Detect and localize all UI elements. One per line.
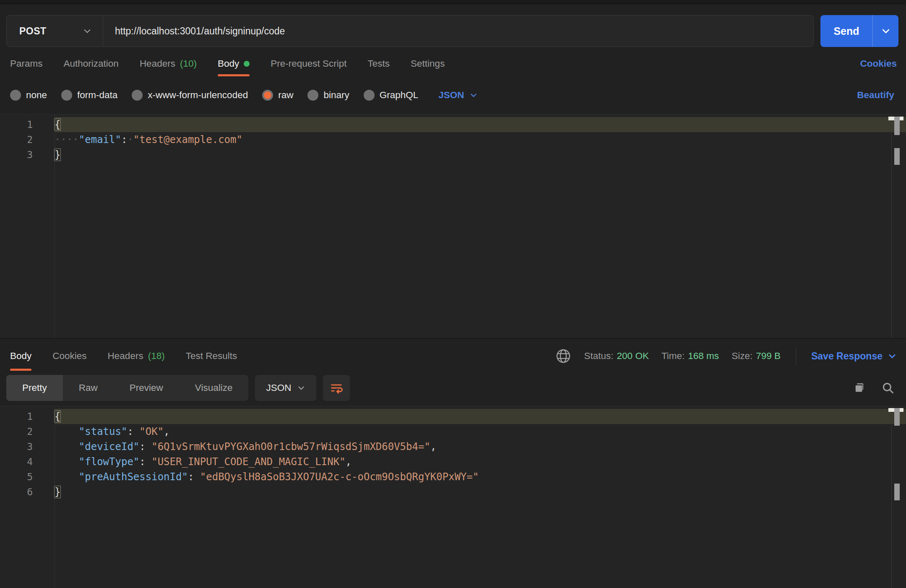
token: "email" bbox=[79, 134, 121, 146]
token bbox=[55, 471, 79, 483]
send-label: Send bbox=[820, 15, 872, 47]
radio-icon bbox=[10, 90, 21, 101]
tab-cookies[interactable]: Cookies bbox=[52, 339, 86, 373]
url-input[interactable]: http://localhost:3001/auth/signinup/code bbox=[103, 16, 813, 47]
body-type-form-data[interactable]: form-data bbox=[61, 90, 117, 101]
tab-headers[interactable]: Headers(10) bbox=[140, 49, 197, 79]
response-header-row: BodyCookiesHeaders(18)Test Results Statu… bbox=[0, 338, 906, 373]
tab-count: (10) bbox=[180, 58, 197, 69]
view-raw[interactable]: Raw bbox=[63, 375, 114, 401]
tab-test-results[interactable]: Test Results bbox=[186, 339, 237, 373]
token: : bbox=[121, 134, 127, 146]
scrollbar-track bbox=[891, 406, 892, 588]
body-type-row: noneform-datax-www-form-urlencodedrawbin… bbox=[0, 79, 906, 114]
token bbox=[55, 441, 79, 453]
tab-label: Body bbox=[10, 351, 31, 362]
globe-icon bbox=[555, 348, 572, 364]
radio-label: x-www-form-urlencoded bbox=[148, 90, 248, 101]
code-text: { bbox=[55, 117, 906, 132]
tab-label: Params bbox=[10, 58, 43, 69]
chevron-down-icon bbox=[888, 351, 897, 361]
request-url-bar: POST http://localhost:3001/auth/signinup… bbox=[0, 4, 906, 49]
language-label: JSON bbox=[438, 90, 464, 101]
gutter-divider bbox=[55, 406, 55, 588]
tab-body[interactable]: Body bbox=[218, 49, 250, 79]
tab-authorization[interactable]: Authorization bbox=[64, 49, 119, 79]
beautify-link[interactable]: Beautify bbox=[857, 90, 894, 101]
token: "edBQyslH8aSoB3JXO7UA2c-c-oOcm9OsbQRgYK0… bbox=[200, 471, 479, 483]
token: "deviceId" bbox=[79, 441, 140, 453]
method-dropdown[interactable]: POST bbox=[7, 16, 103, 47]
token: "6Q1vSrmKtuvPYGXahO0r1cbw57rWiqsdSjmXD60… bbox=[151, 441, 430, 453]
body-type-radios: noneform-datax-www-form-urlencodedrawbin… bbox=[10, 90, 418, 101]
line-number: 1 bbox=[0, 117, 55, 132]
body-type-graphql[interactable]: GraphQL bbox=[364, 90, 419, 101]
token bbox=[55, 456, 79, 468]
text-wrap-icon bbox=[329, 381, 344, 395]
tab-settings[interactable]: Settings bbox=[411, 49, 445, 79]
request-body-editor[interactable]: 1{2····"email":·"test@example.com"3} bbox=[0, 114, 906, 338]
send-button[interactable]: Send bbox=[820, 15, 898, 47]
radio-icon bbox=[132, 90, 143, 101]
line-number: 2 bbox=[0, 132, 55, 147]
code-text: "status": "OK", bbox=[55, 424, 906, 439]
language-dropdown[interactable]: JSON bbox=[438, 90, 477, 101]
copy-icon[interactable] bbox=[852, 381, 867, 395]
wrap-text-button[interactable] bbox=[323, 375, 350, 401]
token: { bbox=[54, 410, 61, 423]
request-tabs-row: ParamsAuthorizationHeaders(10)BodyPre-re… bbox=[0, 49, 906, 79]
line-number: 1 bbox=[0, 409, 55, 424]
chevron-down-icon bbox=[297, 384, 305, 392]
line-number: 2 bbox=[0, 424, 55, 439]
time-label: Time: bbox=[661, 351, 685, 362]
radio-label: raw bbox=[278, 90, 293, 101]
cookies-link[interactable]: Cookies bbox=[860, 49, 897, 79]
tab-params[interactable]: Params bbox=[10, 49, 43, 79]
response-body-editor[interactable]: 1{2 "status": "OK",3 "deviceId": "6Q1vSr… bbox=[0, 406, 906, 588]
body-active-dot bbox=[244, 61, 250, 67]
tab-label: Settings bbox=[411, 58, 445, 69]
token: "preAuthSessionId" bbox=[79, 471, 188, 483]
body-type-options: noneform-datax-www-form-urlencodedrawbin… bbox=[10, 90, 478, 101]
token: "test@example.com" bbox=[133, 134, 242, 146]
view-preview[interactable]: Preview bbox=[114, 375, 179, 401]
scrollbar-thumb[interactable] bbox=[894, 148, 900, 165]
chevron-down-icon bbox=[83, 26, 92, 36]
code-line: 4 "flowType": "USER_INPUT_CODE_AND_MAGIC… bbox=[0, 454, 906, 469]
token: , bbox=[164, 426, 169, 437]
token: , bbox=[346, 456, 351, 468]
size-label: Size: bbox=[732, 351, 752, 362]
code-line: 5 "preAuthSessionId": "edBQyslH8aSoB3JXO… bbox=[0, 469, 906, 484]
scrollbar-thumb[interactable] bbox=[894, 408, 900, 426]
save-response-button[interactable]: Save Response bbox=[811, 351, 897, 362]
scrollbar-thumb[interactable] bbox=[894, 117, 900, 135]
size-meta: Size: 799 B bbox=[732, 351, 781, 362]
tab-pre-request-script[interactable]: Pre-request Script bbox=[271, 49, 346, 79]
scrollbar-thumb[interactable] bbox=[894, 484, 900, 500]
body-type-binary[interactable]: binary bbox=[307, 90, 349, 101]
search-icon[interactable] bbox=[881, 381, 895, 395]
view-pretty[interactable]: Pretty bbox=[6, 375, 63, 401]
view-visualize[interactable]: Visualize bbox=[179, 375, 249, 401]
tab-body[interactable]: Body bbox=[10, 339, 31, 373]
tab-headers[interactable]: Headers(18) bbox=[108, 339, 165, 373]
body-type-none[interactable]: none bbox=[10, 90, 47, 101]
code-line: 3 "deviceId": "6Q1vSrmKtuvPYGXahO0r1cbw5… bbox=[0, 439, 906, 454]
divider bbox=[796, 347, 796, 365]
code-text: ····"email":·"test@example.com" bbox=[55, 132, 906, 147]
scrollbar-track bbox=[891, 114, 892, 338]
body-type-x-www-form-urlencoded[interactable]: x-www-form-urlencoded bbox=[132, 90, 248, 101]
token: "USER_INPUT_CODE_AND_MAGIC_LINK" bbox=[151, 456, 345, 468]
tab-tests[interactable]: Tests bbox=[368, 49, 390, 79]
send-options-button[interactable] bbox=[872, 15, 898, 47]
token: , bbox=[430, 441, 436, 453]
line-number: 5 bbox=[0, 469, 55, 484]
radio-label: form-data bbox=[77, 90, 117, 101]
response-language-dropdown[interactable]: JSON bbox=[255, 375, 316, 401]
code-line: 2····"email":·"test@example.com" bbox=[0, 132, 906, 147]
code-text: } bbox=[55, 147, 906, 162]
chevron-down-icon bbox=[469, 91, 478, 99]
token: "status" bbox=[79, 426, 128, 437]
response-view-controls: PrettyRawPreviewVisualize JSON bbox=[6, 375, 350, 401]
body-type-raw[interactable]: raw bbox=[262, 90, 293, 101]
